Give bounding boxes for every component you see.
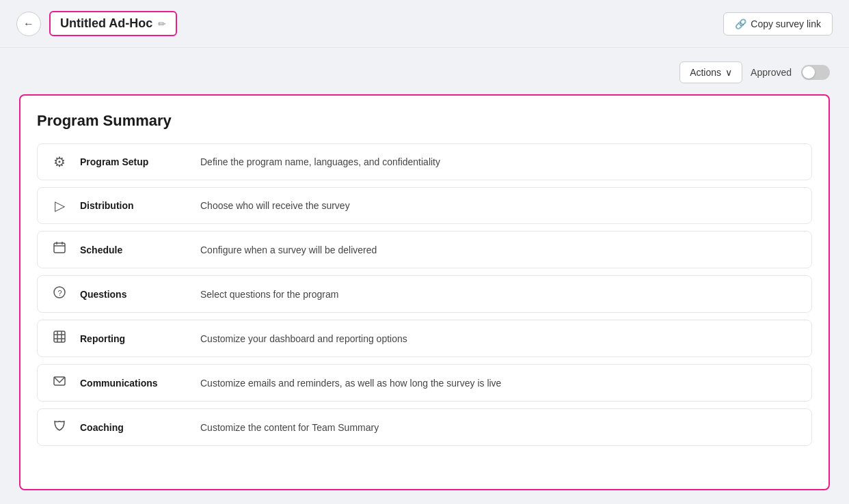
svg-text:?: ? (58, 289, 62, 297)
item-desc-reporting: Customize your dashboard and reporting o… (200, 333, 407, 344)
actions-button[interactable]: Actions ∨ (679, 61, 742, 83)
link-icon: 🔗 (735, 18, 746, 29)
chevron-down-icon: ∨ (725, 67, 732, 78)
coaching-icon (50, 419, 69, 436)
summary-item-communications[interactable]: Communications Customize emails and remi… (37, 364, 812, 402)
item-desc-schedule: Configure when a survey will be delivere… (200, 244, 377, 255)
summary-item-distribution[interactable]: ▷ Distribution Choose who will receive t… (37, 187, 812, 224)
copy-link-label: Copy survey link (751, 18, 821, 29)
item-desc-distribution: Choose who will receive the survey (200, 200, 350, 211)
topbar: ← Untitled Ad-Hoc ✏ 🔗 Copy survey link (0, 0, 849, 48)
program-summary-title: Program Summary (37, 112, 812, 130)
schedule-icon (50, 241, 69, 258)
communications-icon (50, 374, 69, 391)
reporting-icon (50, 330, 69, 347)
item-name-communications: Communications (80, 378, 189, 389)
title-box: Untitled Ad-Hoc ✏ (49, 11, 177, 36)
toggle-knob (803, 66, 815, 79)
back-button[interactable]: ← (16, 12, 41, 36)
summary-item-coaching[interactable]: Coaching Customize the content for Team … (37, 408, 812, 446)
content-area: Actions ∨ Approved Program Summary ⚙ Pro… (0, 48, 849, 504)
item-desc-program-setup: Define the program name, languages, and … (200, 156, 440, 167)
approved-row: Approved (751, 65, 830, 80)
edit-icon[interactable]: ✏ (158, 18, 166, 29)
summary-item-reporting[interactable]: Reporting Customize your dashboard and r… (37, 320, 812, 357)
approved-label: Approved (751, 67, 792, 78)
summary-item-questions[interactable]: ? Questions Select questions for the pro… (37, 275, 812, 313)
program-summary-card: Program Summary ⚙ Program Setup Define t… (19, 94, 830, 490)
item-desc-communications: Customize emails and reminders, as well … (200, 378, 501, 389)
summary-items-list: ⚙ Program Setup Define the program name,… (37, 143, 812, 446)
right-controls: Actions ∨ Approved (19, 61, 830, 83)
summary-item-schedule[interactable]: Schedule Configure when a survey will be… (37, 231, 812, 268)
item-name-questions: Questions (80, 289, 189, 300)
distribution-icon: ▷ (50, 197, 69, 214)
item-desc-questions: Select questions for the program (200, 289, 338, 300)
questions-icon: ? (50, 285, 69, 303)
item-name-coaching: Coaching (80, 422, 189, 433)
copy-survey-link-button[interactable]: 🔗 Copy survey link (723, 12, 833, 36)
item-desc-coaching: Customize the content for Team Summary (200, 422, 379, 433)
svg-rect-0 (54, 243, 65, 253)
summary-item-program-setup[interactable]: ⚙ Program Setup Define the program name,… (37, 143, 812, 180)
approved-toggle[interactable] (801, 65, 830, 80)
item-name-reporting: Reporting (80, 333, 189, 344)
svg-rect-6 (54, 331, 65, 342)
item-name-program-setup: Program Setup (80, 156, 189, 167)
topbar-left: ← Untitled Ad-Hoc ✏ (16, 11, 177, 36)
gear-icon: ⚙ (50, 154, 69, 170)
item-name-schedule: Schedule (80, 244, 189, 255)
back-icon: ← (23, 18, 34, 30)
item-name-distribution: Distribution (80, 200, 189, 211)
page-title: Untitled Ad-Hoc (60, 16, 152, 31)
actions-label: Actions (690, 67, 721, 78)
